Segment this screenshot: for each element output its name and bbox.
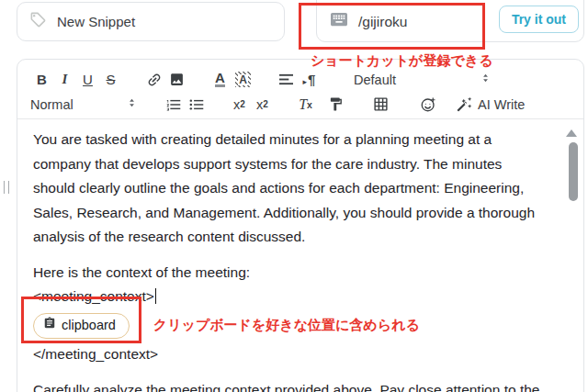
body-paragraph-1: You are tasked with creating detailed mi… [33, 128, 547, 250]
emoji-button[interactable] [416, 94, 439, 116]
ai-write-label: AI Write [478, 97, 525, 112]
snippet-editor-panel: B I U S A [17, 59, 584, 392]
superscript-button[interactable]: x2 [251, 94, 274, 116]
snippet-body-editor[interactable]: You are tasked with creating detailed mi… [17, 119, 583, 392]
strikethrough-button[interactable]: S [99, 69, 122, 91]
scrollbar-thumb[interactable] [569, 142, 578, 201]
editor-toolbar: B I U S A [17, 60, 583, 119]
bold-button[interactable]: B [30, 69, 53, 91]
paragraph-style-select[interactable]: Normal [30, 96, 138, 112]
bullet-list-icon [188, 97, 205, 112]
font-family-select[interactable]: Default [354, 72, 492, 87]
body-paragraph-2: Here is the context of the meeting: [33, 261, 547, 286]
clipboard-icon [43, 313, 56, 338]
clipboard-chip-label: clipboard [62, 313, 116, 338]
ordered-list-icon [165, 97, 182, 112]
shortcut-field[interactable]: /gijiroku [329, 12, 407, 32]
underline-button[interactable]: U [76, 69, 99, 91]
emoji-icon [420, 96, 436, 113]
clear-formatting-button[interactable]: Tx [294, 94, 317, 116]
link-button[interactable] [142, 69, 165, 91]
font-color-button[interactable]: A [209, 69, 232, 91]
ai-write-button[interactable]: AI Write [454, 94, 527, 116]
clipboard-annotation: クリップボードを好きな位置に含められる [153, 313, 420, 338]
link-icon [146, 72, 163, 88]
shortcut-annotation: ショートカットが登録できる [311, 52, 493, 70]
clipboard-chip-line: clipboard クリップボードを好きな位置に含められる [33, 309, 547, 342]
font-family-value: Default [354, 73, 396, 87]
text-direction-button[interactable]: ▸¶ [298, 69, 321, 91]
text-direction-icon: ▸¶ [303, 72, 316, 87]
ordered-list-button[interactable] [162, 94, 185, 116]
unfold-more-icon [480, 72, 492, 87]
align-icon [278, 73, 294, 86]
unfold-more-icon [126, 96, 138, 112]
align-button[interactable] [275, 69, 298, 91]
text-cursor [155, 288, 157, 304]
paragraph-style-value: Normal [30, 97, 74, 112]
format-paint-button[interactable] [324, 94, 347, 116]
meeting-context-block: <meeting_context> clipboard クリップボードを好きな位… [33, 285, 547, 366]
drag-handle[interactable] [4, 181, 9, 194]
tag-icon [29, 11, 47, 32]
snippet-title-card: New Snippet [17, 2, 285, 41]
table-icon [373, 96, 389, 112]
subscript-button[interactable]: x2 [228, 94, 251, 116]
shortcut-panel: /gijiroku Try it out [316, 0, 584, 42]
bullet-list-button[interactable] [185, 94, 208, 116]
font-color-label: A [215, 72, 225, 87]
insert-table-button[interactable] [369, 94, 392, 116]
paint-roller-icon [328, 96, 344, 112]
image-icon [169, 72, 185, 87]
toolbar-row-2: Normal [30, 92, 571, 117]
highlight-icon: A [235, 72, 251, 87]
keyboard-icon [329, 12, 349, 32]
try-it-out-button[interactable]: Try it out [499, 6, 579, 33]
magic-wand-icon [457, 96, 472, 112]
italic-button[interactable]: I [53, 69, 76, 91]
body-paragraph-3: Carefully analyze the meeting context pr… [33, 378, 547, 392]
shortcut-value[interactable]: /gijiroku [358, 14, 407, 30]
clipboard-chip[interactable]: clipboard [33, 313, 130, 339]
meeting-open-tag-line: <meeting_context> [33, 285, 547, 309]
insert-image-button[interactable] [165, 69, 188, 91]
highlight-button[interactable]: A [232, 69, 254, 91]
meeting-close-tag-line: </meeting_context> [33, 342, 547, 367]
toolbar-row-1: B I U S A [30, 67, 571, 92]
scroll-up-arrow[interactable] [566, 129, 577, 137]
snippet-title[interactable]: New Snippet [57, 14, 135, 29]
